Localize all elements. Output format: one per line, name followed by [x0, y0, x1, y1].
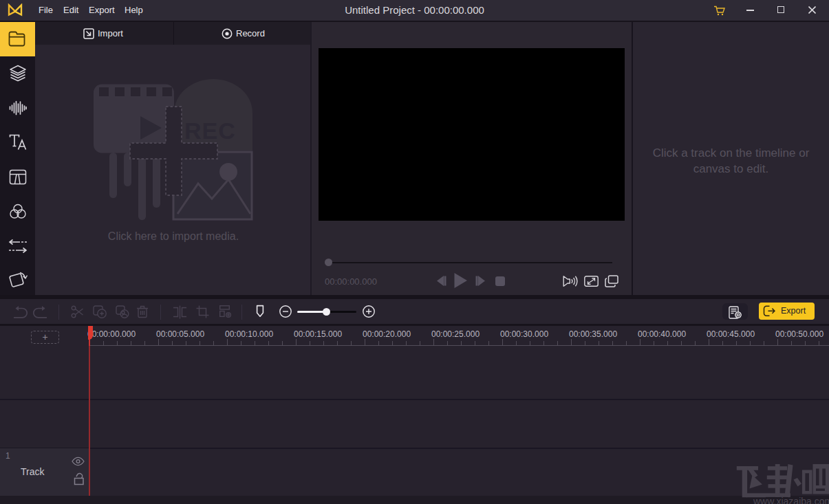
svg-text:www.xiazaiba.com: www.xiazaiba.com [753, 496, 829, 504]
svg-text:REC: REC [184, 118, 236, 144]
